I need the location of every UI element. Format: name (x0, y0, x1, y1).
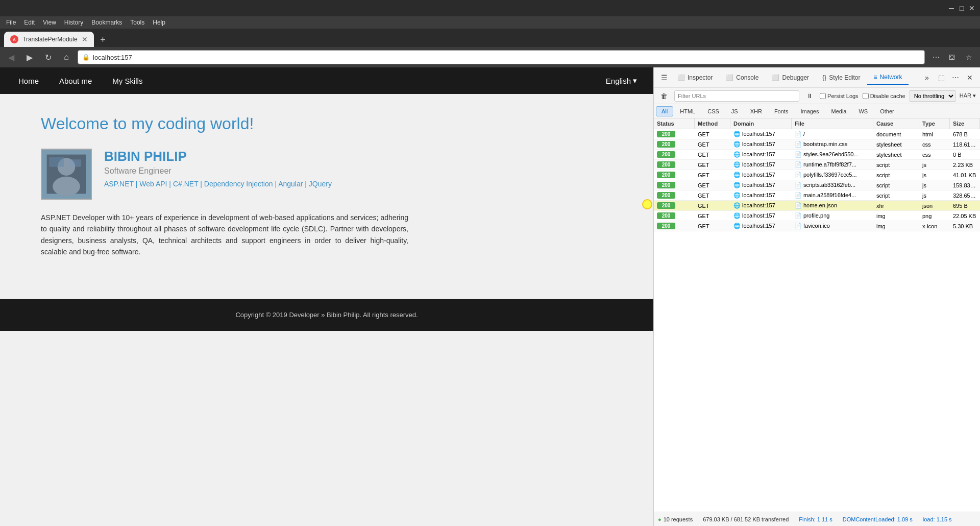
devtools-options-button[interactable]: ☰ (658, 71, 670, 84)
cell-file: 📄home.en.json (792, 201, 873, 210)
table-row[interactable]: 200 GET 🌐localhost:157 📄main.a2589f16fde… (654, 190, 980, 201)
style-editor-label: Style Editor (829, 74, 860, 81)
filter-xhr[interactable]: XHR (745, 106, 768, 116)
status-badge: 200 (657, 202, 675, 209)
tab-bar: A TranslatePerModule ✕ + (0, 29, 980, 47)
cell-size: 695 B (950, 201, 980, 210)
language-dropdown[interactable]: English ▾ (598, 70, 645, 91)
filter-css[interactable]: CSS (702, 106, 725, 116)
cell-type: css (919, 150, 950, 159)
back-button[interactable]: ◀ (4, 50, 18, 64)
table-row[interactable]: 200 GET 🌐localhost:157 📄polyfills.f33697… (654, 170, 980, 180)
new-tab-button[interactable]: + (96, 33, 110, 47)
file-icon: 📄 (795, 141, 802, 147)
nav-about[interactable]: About me (49, 68, 102, 93)
persist-logs-label[interactable]: Persist Logs (820, 93, 859, 99)
col-header-cause: Cause (873, 118, 919, 129)
cell-file: 📄profile.png (792, 211, 873, 221)
persist-logs-checkbox[interactable] (820, 93, 826, 99)
status-badge: 200 (657, 192, 675, 199)
cell-domain: 🌐localhost:157 (730, 190, 792, 200)
nav-skills[interactable]: My Skills (102, 68, 153, 93)
cell-cause: script (873, 181, 919, 190)
table-row[interactable]: 200 GET 🌐localhost:157 📄favicon.ico img … (654, 221, 980, 231)
disable-cache-checkbox[interactable] (863, 93, 869, 99)
filter-ws[interactable]: WS (853, 106, 873, 116)
globe-icon: 🌐 (733, 131, 741, 137)
filter-html[interactable]: HTML (674, 106, 701, 116)
cell-file: 📄bootstrap.min.css (792, 139, 873, 149)
menu-bookmarks[interactable]: Bookmarks (87, 18, 126, 27)
cell-method: GET (695, 211, 730, 221)
devtools-dock-button[interactable]: ⬚ (935, 71, 947, 84)
har-button[interactable]: HAR ▾ (960, 92, 976, 99)
filter-images[interactable]: Images (795, 106, 824, 116)
menu-file[interactable]: File (2, 18, 20, 27)
pocket-button[interactable]: ⛋ (945, 50, 960, 64)
dom-content-loaded: DOMContentLoaded: 1.09 s (843, 516, 913, 522)
devtools-header: ☰ ⬜ Inspector ⬜ Console ⬜ Debugger {} St… (654, 67, 980, 88)
table-row[interactable]: 200 GET 🌐localhost:157 📄/ document html … (654, 129, 980, 139)
filter-media[interactable]: Media (825, 106, 852, 116)
filter-all[interactable]: All (656, 106, 673, 116)
filter-fonts[interactable]: Fonts (769, 106, 794, 116)
menu-help[interactable]: Help (149, 18, 169, 27)
more-button[interactable]: ⋯ (929, 50, 943, 64)
devtools-extra-button[interactable]: ⋯ (949, 71, 962, 84)
cell-type: json (919, 201, 950, 210)
menu-view[interactable]: View (39, 18, 60, 27)
cell-type: js (919, 171, 950, 180)
table-row[interactable]: 200 GET 🌐localhost:157 📄styles.9ea26ebd5… (654, 150, 980, 160)
reload-button[interactable]: ↻ (41, 50, 55, 64)
cell-size: 2.23 KB (950, 160, 980, 170)
tab-style-editor[interactable]: {} Style Editor (816, 71, 866, 84)
devtools-footer: ● 10 requests 679.03 KB / 681.52 KB tran… (654, 512, 980, 526)
svg-point-3 (53, 177, 80, 196)
minimize-button[interactable]: ─ (947, 4, 955, 12)
tab-inspector[interactable]: ⬜ Inspector (671, 71, 719, 84)
cell-cause: script (873, 191, 919, 200)
pause-recording-button[interactable]: ⏸ (803, 90, 816, 102)
forward-button[interactable]: ▶ (22, 50, 37, 64)
clear-network-button[interactable]: 🗑 (658, 90, 670, 102)
table-row[interactable]: 200 GET 🌐localhost:157 📄runtime.a7fbf9f8… (654, 160, 980, 170)
tab-debugger[interactable]: ⬜ Debugger (766, 71, 815, 84)
menu-edit[interactable]: Edit (20, 18, 39, 27)
devtools-more-button[interactable]: » (921, 71, 933, 84)
cell-type: js (919, 181, 950, 190)
filter-urls-input[interactable] (674, 90, 799, 102)
status-badge: 200 (657, 141, 675, 148)
menu-history[interactable]: History (60, 18, 87, 27)
url-bar[interactable]: 🔒 localhost:157 (78, 50, 925, 64)
tab-network[interactable]: ≡ Network (867, 70, 908, 85)
globe-icon: 🌐 (733, 202, 741, 208)
tab-console[interactable]: ⬜ Console (720, 71, 765, 84)
cell-status: 200 (654, 211, 695, 221)
filter-other[interactable]: Other (874, 106, 900, 116)
maximize-button[interactable]: □ (958, 4, 966, 12)
cell-cause: script (873, 160, 919, 170)
table-row[interactable]: 200 GET 🌐localhost:157 📄home.en.json xhr… (654, 201, 980, 211)
cell-method: GET (695, 171, 730, 180)
table-row[interactable]: 200 GET 🌐localhost:157 📄profile.png img … (654, 211, 980, 221)
cell-method: GET (695, 191, 730, 200)
bookmark-button[interactable]: ☆ (962, 50, 976, 64)
table-row[interactable]: 200 GET 🌐localhost:157 📄bootstrap.min.cs… (654, 139, 980, 150)
throttle-select[interactable]: No throttling (910, 90, 955, 102)
cell-method: GET (695, 160, 730, 170)
disable-cache-label[interactable]: Disable cache (863, 93, 905, 99)
cell-type: png (919, 211, 950, 221)
tab-close-button[interactable]: ✕ (82, 35, 88, 43)
tab-title: TranslatePerModule (22, 36, 78, 43)
devtools-close-button[interactable]: ✕ (964, 71, 976, 84)
table-row[interactable]: 200 GET 🌐localhost:157 📄scripts.ab33162f… (654, 180, 980, 190)
globe-icon: 🌐 (733, 141, 741, 147)
close-button[interactable]: ✕ (968, 4, 976, 12)
devtools-panel: ☰ ⬜ Inspector ⬜ Console ⬜ Debugger {} St… (653, 67, 980, 526)
site-navigation: Home About me My Skills English ▾ (0, 67, 653, 94)
menu-tools[interactable]: Tools (126, 18, 149, 27)
browser-tab-active[interactable]: A TranslatePerModule ✕ (4, 32, 94, 47)
nav-home[interactable]: Home (8, 68, 49, 93)
home-button[interactable]: ⌂ (59, 50, 74, 64)
filter-js[interactable]: JS (726, 106, 744, 116)
